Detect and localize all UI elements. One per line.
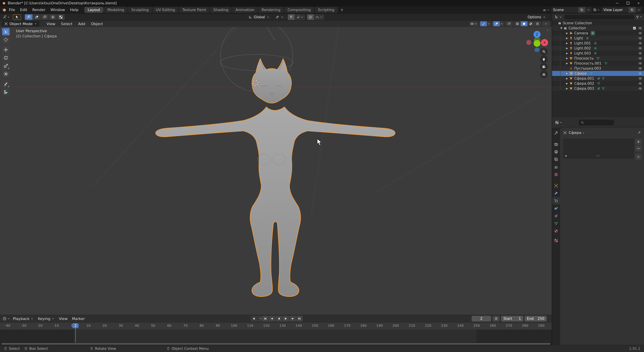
- auto-keyframe-toggle[interactable]: [251, 316, 258, 322]
- minimize-button[interactable]: [612, 0, 622, 6]
- tool-select-box-button[interactable]: [2, 28, 10, 35]
- menu-help[interactable]: Help: [68, 8, 81, 12]
- visibility-toggle[interactable]: [638, 51, 642, 55]
- xray-toggle[interactable]: [505, 21, 513, 26]
- properties-tab-tool[interactable]: [552, 129, 560, 137]
- view-layer-copy-button[interactable]: [628, 7, 636, 13]
- select-mode-extend-button[interactable]: [33, 14, 40, 20]
- snap-toggle[interactable]: [288, 14, 294, 20]
- character-mesh[interactable]: [156, 59, 395, 297]
- outliner-filter-button[interactable]: [636, 15, 642, 19]
- visibility-toggle[interactable]: [638, 26, 642, 30]
- outliner-row-сфера.001[interactable]: ▶Сфера.001: [552, 76, 644, 81]
- visibility-toggle[interactable]: [638, 31, 642, 35]
- play-reverse-button[interactable]: [276, 316, 282, 322]
- frame-start-field[interactable]: Start 1: [501, 316, 523, 322]
- editor-type-timeline-button[interactable]: [2, 317, 11, 321]
- properties-tab-physics[interactable]: [552, 205, 560, 212]
- menu-window[interactable]: Window: [48, 8, 68, 12]
- playhead-frame-badge[interactable]: 2: [72, 323, 79, 328]
- select-mode-set-button[interactable]: [25, 14, 32, 20]
- outliner-search-input[interactable]: [564, 15, 634, 19]
- viewport-menu-view[interactable]: View: [44, 22, 58, 26]
- properties-tab-world[interactable]: [552, 171, 560, 178]
- proportional-edit-toggle[interactable]: [307, 14, 314, 20]
- transform-orientation-dropdown[interactable]: Global: [246, 14, 272, 20]
- select-mode-intersect-button[interactable]: [57, 14, 65, 20]
- workspace-tab-sculpting[interactable]: Sculpting: [128, 7, 152, 13]
- scene-icon[interactable]: [543, 8, 550, 12]
- proportional-falloff-dropdown[interactable]: [314, 14, 324, 20]
- viewport-menu-object[interactable]: Object: [88, 22, 106, 26]
- add-workspace-button[interactable]: +: [338, 7, 346, 12]
- frame-end-field[interactable]: End 250: [524, 316, 547, 322]
- properties-tab-particles[interactable]: [552, 197, 560, 205]
- tool-annotate-button[interactable]: [2, 80, 10, 88]
- outliner-row-light.002[interactable]: ▶Light.002: [552, 46, 644, 51]
- properties-tab-output[interactable]: [552, 148, 560, 156]
- expand-toggle[interactable]: ▶: [565, 87, 569, 90]
- particle-systems-list[interactable]: ▶: [563, 139, 634, 159]
- visibility-toggle[interactable]: [638, 36, 642, 40]
- tool-cursor-button[interactable]: [2, 36, 10, 43]
- pin-id-button[interactable]: [637, 131, 641, 135]
- view-layer-icon[interactable]: [593, 8, 600, 12]
- workspace-tab-animation[interactable]: Animation: [232, 7, 258, 13]
- select-mode-subtract-button[interactable]: [41, 14, 49, 20]
- particle-specials-dropdown[interactable]: [635, 154, 642, 160]
- pivot-point-dropdown[interactable]: [274, 14, 286, 20]
- current-frame-field[interactable]: 2: [472, 316, 491, 322]
- close-button[interactable]: [633, 0, 644, 6]
- blender-menu-icon[interactable]: [2, 8, 6, 12]
- view-layer-remove-button[interactable]: [636, 7, 642, 13]
- prev-keyframe-button[interactable]: [269, 316, 275, 322]
- shading-wireframe-button[interactable]: [514, 21, 521, 26]
- playhead-line[interactable]: [75, 328, 76, 343]
- outliner-row-плоскость[interactable]: ▶Плоскость: [552, 56, 644, 61]
- properties-tab-texture[interactable]: [552, 237, 560, 244]
- outliner-row-scene-collection[interactable]: Scene Collection: [552, 21, 644, 26]
- visibility-toggle[interactable]: [638, 77, 642, 80]
- exclude-checkbox[interactable]: [632, 26, 636, 30]
- outliner-row-сфера.002[interactable]: ▶Сфера.002: [552, 81, 644, 86]
- workspace-tab-rendering[interactable]: Rendering: [258, 7, 284, 13]
- jump-start-button[interactable]: [262, 316, 268, 322]
- properties-tab-object-data[interactable]: [552, 220, 560, 227]
- properties-tab-constraints[interactable]: [552, 212, 560, 220]
- expand-toggle[interactable]: ▼: [559, 27, 564, 30]
- timeline-menu-view[interactable]: View: [57, 317, 70, 321]
- mode-selector[interactable]: Object Mode: [2, 21, 40, 26]
- select-mode-invert-button[interactable]: [49, 14, 57, 20]
- zoom-view-button[interactable]: [540, 48, 548, 55]
- gizmo-axis-negz[interactable]: [534, 47, 540, 52]
- scene-copy-button[interactable]: [578, 7, 585, 13]
- use-preview-range-button[interactable]: [492, 316, 500, 322]
- workspace-tab-layout[interactable]: Layout: [84, 7, 104, 13]
- visibility-toggle[interactable]: [638, 46, 642, 50]
- editor-type-3dview-button[interactable]: [2, 15, 11, 19]
- pan-view-button[interactable]: [540, 55, 548, 63]
- scene-selector[interactable]: Scene: [551, 7, 592, 13]
- visibility-toggle[interactable]: [638, 56, 642, 60]
- workspace-tab-compositing[interactable]: Compositing: [284, 7, 314, 13]
- next-keyframe-button[interactable]: [290, 316, 296, 322]
- expand-toggle[interactable]: ▶: [565, 77, 569, 80]
- tool-measure-button[interactable]: [2, 88, 10, 96]
- blender-logo-icon[interactable]: [2, 1, 6, 5]
- show-gizmo-toggle[interactable]: [479, 21, 491, 26]
- timeline-menu-playback[interactable]: Playback: [11, 317, 36, 321]
- tool-scale-button[interactable]: [2, 62, 10, 69]
- visibility-toggle[interactable]: [638, 66, 642, 70]
- timeline-ruler[interactable]: -40-30-20-100102030405060708090100110120…: [0, 323, 552, 330]
- outliner-row-сфера.003[interactable]: ▶Сфера.003: [552, 86, 644, 91]
- remove-particle-system-button[interactable]: [635, 145, 642, 151]
- outliner-row-сфера[interactable]: ▶Сфера: [552, 71, 644, 76]
- outliner-row-плоскость.001[interactable]: ▶Плоскость.001: [552, 61, 644, 66]
- show-overlays-toggle[interactable]: [492, 21, 504, 26]
- workspace-tab-scripting[interactable]: Scripting: [314, 7, 338, 13]
- gizmo-axis-y-front[interactable]: [534, 40, 540, 47]
- tool-rotate-button[interactable]: [2, 54, 10, 61]
- active-tool-indicator[interactable]: [13, 14, 21, 20]
- properties-tab-object[interactable]: [552, 182, 560, 189]
- expand-toggle[interactable]: ▶: [565, 32, 569, 35]
